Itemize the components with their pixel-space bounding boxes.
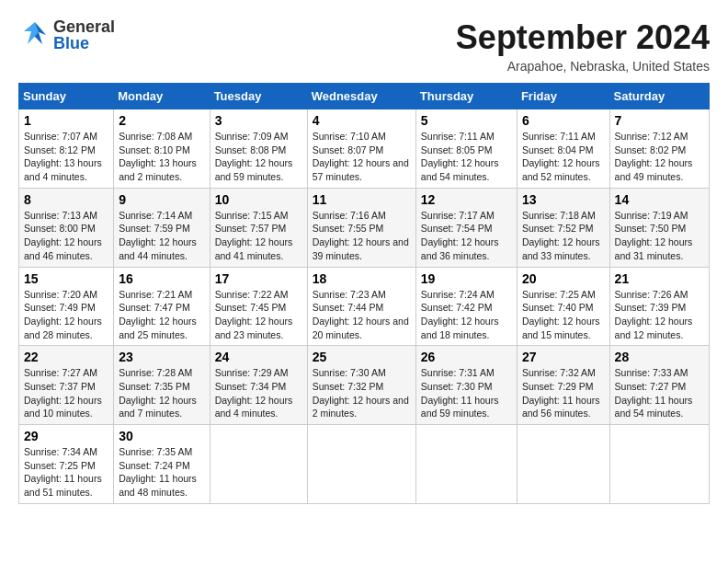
day-number: 26 — [421, 350, 512, 364]
day-number: 30 — [119, 429, 204, 443]
day-info: Sunrise: 7:23 AM Sunset: 7:44 PM Dayligh… — [313, 288, 411, 342]
day-info: Sunrise: 7:10 AM Sunset: 8:07 PM Dayligh… — [313, 130, 411, 184]
day-number: 12 — [421, 192, 512, 207]
day-info: Sunrise: 7:17 AM Sunset: 7:54 PM Dayligh… — [421, 209, 512, 263]
day-cell — [307, 425, 415, 504]
week-row-3: 15 Sunrise: 7:20 AM Sunset: 7:49 PM Dayl… — [19, 267, 710, 346]
day-cell — [609, 425, 709, 504]
day-info: Sunrise: 7:31 AM Sunset: 7:30 PM Dayligh… — [421, 366, 512, 420]
day-info: Sunrise: 7:25 AM Sunset: 7:40 PM Dayligh… — [522, 288, 605, 342]
day-number: 5 — [421, 113, 512, 128]
day-info: Sunrise: 7:07 AM Sunset: 8:12 PM Dayligh… — [24, 130, 108, 184]
day-number: 22 — [24, 350, 108, 364]
day-cell: 14 Sunrise: 7:19 AM Sunset: 7:50 PM Dayl… — [609, 188, 709, 267]
day-cell: 12 Sunrise: 7:17 AM Sunset: 7:54 PM Dayl… — [415, 188, 517, 267]
header-cell-monday: Monday — [114, 84, 210, 109]
day-cell: 30 Sunrise: 7:35 AM Sunset: 7:24 PM Dayl… — [114, 425, 210, 504]
day-cell: 15 Sunrise: 7:20 AM Sunset: 7:49 PM Dayl… — [19, 267, 114, 346]
day-cell: 10 Sunrise: 7:15 AM Sunset: 7:57 PM Dayl… — [210, 188, 307, 267]
day-number: 14 — [615, 192, 704, 207]
day-cell — [517, 425, 609, 504]
day-number: 27 — [522, 350, 605, 364]
header-cell-thursday: Thursday — [415, 84, 517, 109]
day-number: 24 — [215, 350, 302, 364]
day-number: 1 — [24, 113, 108, 128]
day-number: 21 — [615, 271, 704, 286]
day-number: 7 — [615, 113, 704, 128]
calendar-title: September 2024 — [456, 18, 710, 57]
logo: General Blue — [18, 18, 115, 52]
day-cell: 5 Sunrise: 7:11 AM Sunset: 8:05 PM Dayli… — [415, 109, 517, 189]
day-number: 8 — [24, 192, 108, 207]
day-cell: 13 Sunrise: 7:18 AM Sunset: 7:52 PM Dayl… — [517, 188, 609, 267]
day-number: 4 — [313, 113, 411, 128]
day-cell: 4 Sunrise: 7:10 AM Sunset: 8:07 PM Dayli… — [307, 109, 415, 189]
day-cell — [415, 425, 517, 504]
day-number: 9 — [119, 192, 204, 207]
day-cell: 23 Sunrise: 7:28 AM Sunset: 7:35 PM Dayl… — [114, 346, 210, 425]
day-info: Sunrise: 7:16 AM Sunset: 7:55 PM Dayligh… — [313, 209, 411, 263]
day-cell: 1 Sunrise: 7:07 AM Sunset: 8:12 PM Dayli… — [19, 109, 114, 189]
day-cell: 9 Sunrise: 7:14 AM Sunset: 7:59 PM Dayli… — [114, 188, 210, 267]
day-number: 13 — [522, 192, 605, 207]
week-row-1: 1 Sunrise: 7:07 AM Sunset: 8:12 PM Dayli… — [19, 109, 710, 189]
day-number: 16 — [119, 271, 204, 286]
day-cell: 11 Sunrise: 7:16 AM Sunset: 7:55 PM Dayl… — [307, 188, 415, 267]
day-info: Sunrise: 7:18 AM Sunset: 7:52 PM Dayligh… — [522, 209, 605, 263]
day-number: 25 — [313, 350, 411, 364]
day-cell: 24 Sunrise: 7:29 AM Sunset: 7:34 PM Dayl… — [210, 346, 307, 425]
day-info: Sunrise: 7:09 AM Sunset: 8:08 PM Dayligh… — [215, 130, 302, 184]
day-info: Sunrise: 7:27 AM Sunset: 7:37 PM Dayligh… — [24, 366, 108, 420]
day-cell: 26 Sunrise: 7:31 AM Sunset: 7:30 PM Dayl… — [415, 346, 517, 425]
day-number: 23 — [119, 350, 204, 364]
day-info: Sunrise: 7:11 AM Sunset: 8:04 PM Dayligh… — [522, 130, 605, 184]
logo-blue-text: Blue — [53, 35, 115, 52]
day-info: Sunrise: 7:30 AM Sunset: 7:32 PM Dayligh… — [313, 366, 411, 420]
day-cell: 7 Sunrise: 7:12 AM Sunset: 8:02 PM Dayli… — [609, 109, 709, 189]
day-info: Sunrise: 7:32 AM Sunset: 7:29 PM Dayligh… — [522, 366, 605, 420]
day-cell: 3 Sunrise: 7:09 AM Sunset: 8:08 PM Dayli… — [210, 109, 307, 189]
day-number: 6 — [522, 113, 605, 128]
day-cell: 27 Sunrise: 7:32 AM Sunset: 7:29 PM Dayl… — [517, 346, 609, 425]
day-number: 2 — [119, 113, 204, 128]
day-info: Sunrise: 7:19 AM Sunset: 7:50 PM Dayligh… — [615, 209, 704, 263]
day-info: Sunrise: 7:08 AM Sunset: 8:10 PM Dayligh… — [119, 130, 204, 184]
header-cell-sunday: Sunday — [19, 84, 114, 109]
calendar-header: SundayMondayTuesdayWednesdayThursdayFrid… — [19, 84, 710, 109]
logo-bird-icon — [18, 18, 51, 52]
header-cell-tuesday: Tuesday — [210, 84, 307, 109]
logo-general-text: General — [53, 18, 115, 35]
day-info: Sunrise: 7:29 AM Sunset: 7:34 PM Dayligh… — [215, 366, 302, 420]
day-number: 29 — [24, 429, 108, 443]
day-cell — [210, 425, 307, 504]
day-info: Sunrise: 7:20 AM Sunset: 7:49 PM Dayligh… — [24, 288, 108, 342]
header-row: SundayMondayTuesdayWednesdayThursdayFrid… — [19, 84, 710, 109]
day-number: 3 — [215, 113, 302, 128]
day-info: Sunrise: 7:22 AM Sunset: 7:45 PM Dayligh… — [215, 288, 302, 342]
day-cell: 19 Sunrise: 7:24 AM Sunset: 7:42 PM Dayl… — [415, 267, 517, 346]
day-number: 20 — [522, 271, 605, 286]
day-info: Sunrise: 7:35 AM Sunset: 7:24 PM Dayligh… — [119, 445, 204, 500]
day-cell: 28 Sunrise: 7:33 AM Sunset: 7:27 PM Dayl… — [609, 346, 709, 425]
day-cell: 18 Sunrise: 7:23 AM Sunset: 7:44 PM Dayl… — [307, 267, 415, 346]
day-info: Sunrise: 7:34 AM Sunset: 7:25 PM Dayligh… — [24, 445, 108, 500]
day-cell: 17 Sunrise: 7:22 AM Sunset: 7:45 PM Dayl… — [210, 267, 307, 346]
day-cell: 25 Sunrise: 7:30 AM Sunset: 7:32 PM Dayl… — [307, 346, 415, 425]
day-info: Sunrise: 7:13 AM Sunset: 8:00 PM Dayligh… — [24, 209, 108, 263]
title-section: September 2024 Arapahoe, Nebraska, Unite… — [456, 18, 710, 74]
day-number: 17 — [215, 271, 302, 286]
day-number: 18 — [313, 271, 411, 286]
week-row-5: 29 Sunrise: 7:34 AM Sunset: 7:25 PM Dayl… — [19, 425, 710, 504]
page-header: General Blue September 2024 Arapahoe, Ne… — [18, 18, 710, 74]
day-info: Sunrise: 7:11 AM Sunset: 8:05 PM Dayligh… — [421, 130, 512, 184]
calendar-subtitle: Arapahoe, Nebraska, United States — [456, 59, 710, 74]
calendar-body: 1 Sunrise: 7:07 AM Sunset: 8:12 PM Dayli… — [19, 109, 710, 504]
day-info: Sunrise: 7:12 AM Sunset: 8:02 PM Dayligh… — [615, 130, 704, 184]
day-cell: 20 Sunrise: 7:25 AM Sunset: 7:40 PM Dayl… — [517, 267, 609, 346]
day-info: Sunrise: 7:28 AM Sunset: 7:35 PM Dayligh… — [119, 366, 204, 420]
week-row-2: 8 Sunrise: 7:13 AM Sunset: 8:00 PM Dayli… — [19, 188, 710, 267]
header-cell-friday: Friday — [517, 84, 609, 109]
header-cell-wednesday: Wednesday — [307, 84, 415, 109]
day-info: Sunrise: 7:26 AM Sunset: 7:39 PM Dayligh… — [615, 288, 704, 342]
calendar-table: SundayMondayTuesdayWednesdayThursdayFrid… — [18, 83, 710, 504]
